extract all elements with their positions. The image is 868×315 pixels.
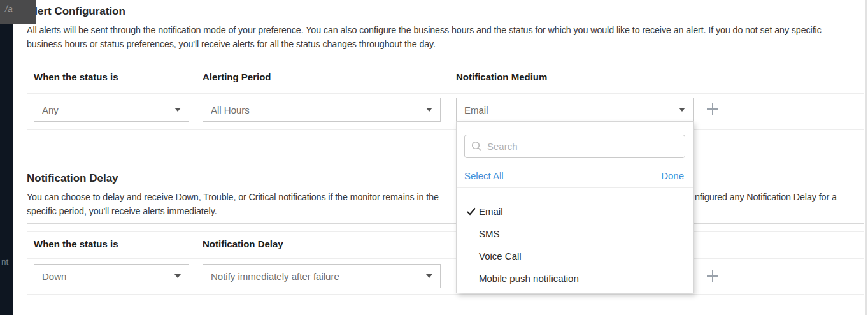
caret-down-icon <box>426 108 432 112</box>
add-alert-configuration-button[interactable] <box>705 101 720 117</box>
plus-icon <box>706 102 720 116</box>
notification-medium-dropdown-panel: Select All Done Email SMS Voice Call Mob… <box>456 121 694 293</box>
alert-config-description-line1: All alerts will be sent through the noti… <box>27 25 822 35</box>
form-grid-line <box>27 129 864 130</box>
url-path-text: /a <box>5 4 13 14</box>
url-path-overlay: /a <box>0 0 36 24</box>
delay-status-select[interactable]: Down <box>34 264 189 288</box>
alerting-period-field-label: Alerting Period <box>203 71 271 82</box>
dropdown-search-input[interactable] <box>487 141 678 152</box>
delay-status-select-value: Down <box>42 271 169 282</box>
search-icon <box>471 141 482 152</box>
form-grid-line <box>27 258 864 259</box>
notification-medium-select[interactable]: Email <box>456 98 694 122</box>
caret-down-icon <box>174 274 181 278</box>
notification-delay-select[interactable]: Notify immediately after failure <box>203 264 441 288</box>
section-divider <box>27 223 864 224</box>
option-sms[interactable]: SMS <box>457 223 693 245</box>
delay-description-line1-right: nfigured any Notification Delay for a <box>695 192 837 202</box>
option-label: Voice Call <box>479 251 522 261</box>
done-link[interactable]: Done <box>661 170 684 181</box>
notification-delay-select-value: Notify immediately after failure <box>211 271 421 282</box>
page-title: Alert Configuration <box>27 5 125 18</box>
caret-down-icon <box>174 108 181 112</box>
alerting-period-select[interactable]: All Hours <box>203 98 441 122</box>
option-label: SMS <box>479 228 500 239</box>
sidebar-strip: nt <box>0 0 13 315</box>
option-voice-call[interactable]: Voice Call <box>457 245 693 267</box>
form-grid-line <box>27 294 864 295</box>
path-box-divider <box>0 18 36 18</box>
dropdown-options-list: Email SMS Voice Call Mobile push notific… <box>457 200 693 289</box>
option-email[interactable]: Email <box>457 200 693 223</box>
form-grid-line <box>27 231 864 232</box>
delay-description-line2: specific period, you'll receive alerts i… <box>27 206 217 216</box>
status-select[interactable]: Any <box>34 98 189 122</box>
dropdown-divider <box>457 187 693 188</box>
option-label: Mobile push notification <box>479 273 579 284</box>
scrollbar[interactable] <box>865 0 867 315</box>
notification-medium-select-value: Email <box>464 105 674 115</box>
select-all-link[interactable]: Select All <box>464 170 504 181</box>
caret-down-icon <box>426 274 432 278</box>
sidebar-text-fragment: nt <box>1 257 8 267</box>
caret-down-icon <box>679 108 685 112</box>
delay-description-line1-left: You can choose to delay and receive Down… <box>27 192 439 202</box>
section-divider <box>27 54 864 54</box>
check-icon <box>467 207 476 216</box>
add-notification-delay-button[interactable] <box>705 268 720 284</box>
delay-field-label: Notification Delay <box>203 238 283 249</box>
notification-medium-field-label: Notification Medium <box>456 71 547 82</box>
option-label: Email <box>479 206 503 217</box>
alert-config-description-line2: business hours or status preferences, yo… <box>27 39 436 49</box>
delay-status-field-label: When the status is <box>34 238 118 249</box>
form-grid-line <box>27 64 864 64</box>
form-grid-line <box>27 93 864 94</box>
dropdown-search-box <box>464 135 685 158</box>
status-field-label: When the status is <box>34 71 118 82</box>
alerting-period-select-value: All Hours <box>211 105 421 115</box>
plus-icon <box>706 269 720 283</box>
status-select-value: Any <box>42 105 169 115</box>
option-mobile-push-notification[interactable]: Mobile push notification <box>457 267 693 289</box>
notification-delay-title: Notification Delay <box>27 172 118 185</box>
